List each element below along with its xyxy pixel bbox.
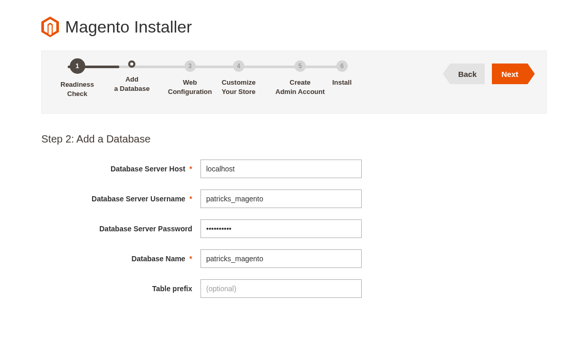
page-title: Magento Installer bbox=[65, 18, 192, 37]
label-host: Database Server Host * bbox=[41, 165, 196, 173]
field-row-dbname: Database Name * bbox=[41, 249, 547, 268]
step-heading: Step 2: Add a Database bbox=[41, 133, 547, 145]
label-dbname: Database Name * bbox=[41, 255, 196, 263]
wizard-actions: Back Next bbox=[443, 64, 535, 84]
step-label: Add a Database bbox=[114, 75, 150, 93]
step-label: Readiness Check bbox=[60, 80, 94, 98]
required-marker: * bbox=[190, 255, 192, 263]
field-row-prefix: Table prefix bbox=[41, 279, 547, 298]
input-prefix[interactable] bbox=[200, 279, 362, 298]
label-text: Database Server Username bbox=[91, 195, 185, 203]
chevron-left-icon bbox=[443, 64, 450, 84]
step-number: 6 bbox=[340, 62, 344, 70]
label-prefix: Table prefix bbox=[41, 284, 196, 293]
step-number: 4 bbox=[237, 62, 241, 70]
step-number: 3 bbox=[188, 62, 192, 70]
label-text: Database Server Password bbox=[99, 225, 192, 233]
step-label: Customize Your Store bbox=[222, 78, 256, 96]
input-password[interactable] bbox=[200, 219, 362, 238]
input-username[interactable] bbox=[200, 189, 362, 208]
label-text: Database Server Host bbox=[111, 165, 185, 173]
database-form: Database Server Host * Database Server U… bbox=[41, 160, 547, 298]
label-text: Table prefix bbox=[152, 284, 192, 293]
field-row-username: Database Server Username * bbox=[41, 189, 547, 208]
field-row-host: Database Server Host * bbox=[41, 160, 547, 178]
field-row-password: Database Server Password bbox=[41, 219, 547, 238]
chevron-right-icon bbox=[528, 64, 535, 84]
required-marker: * bbox=[190, 195, 192, 203]
back-button[interactable]: Back bbox=[443, 64, 485, 84]
magento-logo-icon bbox=[41, 17, 59, 37]
wizard-steps: 1 Readiness Check Add a Database 3 Web C… bbox=[53, 60, 353, 105]
wizard-step-6[interactable]: 6 Install bbox=[332, 60, 352, 87]
progress-bar-remaining bbox=[119, 66, 341, 68]
label-password: Database Server Password bbox=[41, 225, 196, 233]
step-number: 5 bbox=[298, 62, 302, 70]
next-button[interactable]: Next bbox=[492, 64, 535, 84]
back-button-label: Back bbox=[450, 64, 485, 84]
label-username: Database Server Username * bbox=[41, 195, 196, 203]
step-label: Web Configuration bbox=[168, 78, 212, 96]
input-host[interactable] bbox=[200, 160, 362, 178]
next-button-label: Next bbox=[492, 64, 528, 84]
header: Magento Installer bbox=[41, 17, 547, 37]
step-number: 1 bbox=[75, 62, 79, 70]
step-label: Install bbox=[332, 78, 352, 87]
input-dbname[interactable] bbox=[200, 249, 362, 268]
label-text: Database Name bbox=[131, 255, 185, 263]
required-marker: * bbox=[190, 165, 192, 173]
wizard-bar: 1 Readiness Check Add a Database 3 Web C… bbox=[41, 51, 547, 114]
step-label: Create Admin Account bbox=[275, 78, 325, 96]
